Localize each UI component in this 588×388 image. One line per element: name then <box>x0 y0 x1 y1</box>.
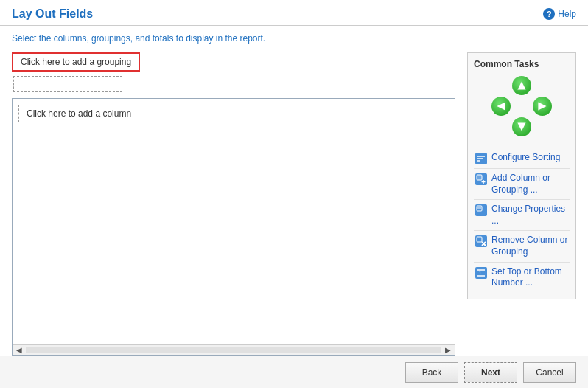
arrow-top-right-empty <box>533 76 552 95</box>
scroll-track[interactable] <box>26 347 441 353</box>
svg-rect-10 <box>477 175 482 180</box>
arrow-up-button[interactable] <box>512 76 531 95</box>
task-set-top-bottom-label: Set Top or Bottom Number ... <box>491 266 568 289</box>
column-inner: Click here to add a column <box>13 99 455 344</box>
task-divider-top <box>474 145 570 145</box>
help-icon: ? <box>543 8 555 20</box>
arrow-right-button[interactable] <box>533 97 552 116</box>
properties-icon <box>475 204 487 216</box>
svg-marker-3 <box>517 122 525 131</box>
back-button[interactable]: Back <box>405 362 458 383</box>
task-set-top-bottom[interactable]: 1 Set Top or Bottom Number ... <box>474 263 570 293</box>
cancel-button[interactable]: Cancel <box>523 362 576 383</box>
add-grouping-button[interactable]: Click here to add a grouping <box>12 52 140 72</box>
task-change-properties[interactable]: Change Properties ... <box>474 200 570 231</box>
footer: Back Next Cancel <box>0 356 588 388</box>
svg-marker-0 <box>517 81 525 89</box>
grouping-area: Click here to add a grouping <box>12 49 455 92</box>
content-area: Click here to add a grouping Click here … <box>0 49 588 356</box>
arrow-down-button[interactable] <box>512 117 531 136</box>
scroll-left-arrow[interactable]: ◀ <box>14 346 24 354</box>
arrow-center-empty <box>512 97 531 116</box>
common-tasks-panel: Common Tasks <box>467 52 576 299</box>
subtitle: Select the columns, groupings, and total… <box>0 26 588 49</box>
subtitle-text-before: Select the columns, groupings, and total… <box>12 33 186 44</box>
column-area: Click here to add a column ◀ ▶ <box>12 98 455 356</box>
header: Lay Out Fields ? Help <box>0 0 588 26</box>
page-title: Lay Out Fields <box>12 7 93 21</box>
task-configure-sorting-label: Configure Sorting <box>491 152 560 164</box>
task-configure-sorting[interactable]: Configure Sorting <box>474 148 570 169</box>
common-tasks-title: Common Tasks <box>474 59 570 69</box>
add-column-button[interactable]: Click here to add a column <box>18 105 139 122</box>
task-add-column-grouping-label: Add Column or Grouping ... <box>491 173 568 195</box>
next-button[interactable]: Next <box>464 362 517 383</box>
svg-marker-2 <box>538 102 546 110</box>
top-bottom-icon: 1 <box>475 267 487 279</box>
horizontal-scrollbar[interactable]: ◀ ▶ <box>13 344 455 355</box>
add-icon <box>475 173 487 185</box>
sort-icon <box>475 153 487 164</box>
svg-marker-1 <box>497 102 505 110</box>
arrow-top-left-empty <box>491 76 511 95</box>
subtitle-highlight: display <box>186 33 213 44</box>
task-add-column-grouping[interactable]: Add Column or Grouping ... <box>474 169 570 200</box>
help-label: Help <box>558 9 576 19</box>
arrow-bottom-left-empty <box>491 117 511 136</box>
remove-icon <box>475 235 487 247</box>
page: Lay Out Fields ? Help Select the columns… <box>0 0 588 388</box>
arrow-grid <box>491 75 553 137</box>
subtitle-text-after: in the report. <box>214 33 266 44</box>
task-remove-column-grouping[interactable]: Remove Column or Grouping <box>474 231 570 262</box>
arrow-bottom-right-empty <box>533 117 552 136</box>
help-link[interactable]: ? Help <box>543 8 576 20</box>
scroll-right-arrow[interactable]: ▶ <box>443 346 453 354</box>
task-change-properties-label: Change Properties ... <box>491 204 568 226</box>
main-area: Click here to add a grouping Click here … <box>12 49 455 356</box>
arrow-left-button[interactable] <box>491 97 511 116</box>
task-remove-column-grouping-label: Remove Column or Grouping <box>491 235 568 257</box>
sidebar: Common Tasks <box>467 49 576 356</box>
grouping-placeholder <box>13 76 122 92</box>
